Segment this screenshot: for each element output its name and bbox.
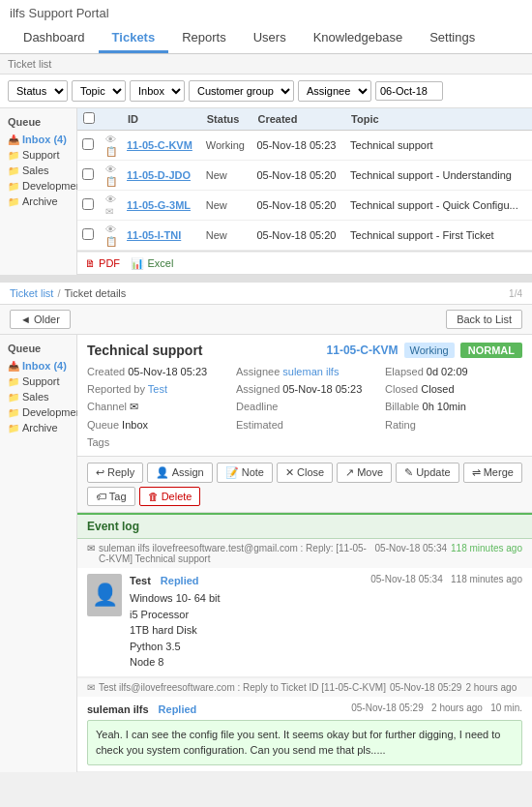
delete-button[interactable]: 🗑 Delete bbox=[139, 487, 201, 506]
event-body-1: 👤 Test Replied 05-Nov-18 05:34 118 minut… bbox=[77, 568, 532, 676]
field-value-queue: Inbox bbox=[122, 419, 148, 431]
queue-item-support-2[interactable]: 📁 Support bbox=[0, 374, 76, 389]
ticket-id-4[interactable]: 11-05-I-TNI bbox=[127, 229, 181, 241]
field-label-billable: Billable bbox=[385, 401, 423, 412]
close-button[interactable]: ✕ Close bbox=[277, 463, 333, 483]
queue-item-development-1[interactable]: 📁 Development bbox=[0, 178, 76, 194]
tab-users[interactable]: Users bbox=[240, 24, 300, 53]
row-checkbox-1[interactable] bbox=[82, 138, 94, 150]
event-action-1: Replied bbox=[161, 575, 199, 586]
table-row: 👁 📋 11-05-I-TNI New 05-Nov-18 05:20 Tech… bbox=[77, 221, 532, 251]
tab-settings[interactable]: Settings bbox=[416, 24, 488, 53]
ticket-id-3[interactable]: 11-05-G-3ML bbox=[127, 199, 191, 211]
queue-item-inbox-1[interactable]: 📥 Inbox (4) bbox=[0, 132, 76, 147]
tag-button[interactable]: 🏷 Tag bbox=[87, 487, 135, 506]
back-btn-row: ◄ Older Back to List bbox=[0, 305, 532, 335]
field-label-estimated: Estimated bbox=[236, 419, 283, 431]
col-status: Status bbox=[201, 108, 252, 131]
status-3: New bbox=[206, 199, 227, 211]
reply-button[interactable]: ↩ Reply bbox=[87, 463, 143, 483]
event-log: Event log ✉ suleman ilfs ilovefreesoftwa… bbox=[77, 513, 532, 772]
field-label-assigned: Assigned bbox=[236, 383, 282, 395]
tab-tickets[interactable]: Tickets bbox=[99, 24, 169, 53]
action-buttons-row: ↩ Reply 👤 Assign 📝 Note ✕ Close ↗ Move ✎… bbox=[77, 457, 532, 513]
sales-icon-1: 📁 bbox=[8, 165, 19, 176]
ticket-detail-section: Ticket list / Ticket details 1/4 ◄ Older… bbox=[0, 283, 532, 772]
select-all-checkbox[interactable] bbox=[83, 112, 95, 124]
inbox-icon-1: 📥 bbox=[8, 134, 19, 145]
event-timestamp-2: 05-Nov-18 05:29 2 hours ago 10 min. bbox=[351, 702, 522, 713]
doc-icon-4: 📋 bbox=[105, 236, 117, 247]
field-value-elapsed: 0d 02:09 bbox=[427, 366, 468, 377]
row-checkbox-3[interactable] bbox=[82, 198, 94, 210]
breadcrumb: Ticket list / Ticket details 1/4 bbox=[0, 283, 532, 305]
doc-icon-1: 📋 bbox=[105, 146, 117, 157]
queue-title-2: Queue bbox=[0, 341, 76, 358]
field-assignee: Assignee suleman ilfs bbox=[236, 366, 373, 377]
older-button[interactable]: ◄ Older bbox=[10, 310, 71, 329]
field-value-assigned: 05-Nov-18 05:23 bbox=[282, 383, 362, 395]
note-button[interactable]: 📝 Note bbox=[217, 463, 273, 483]
excel-export-link[interactable]: 📊 Excel bbox=[131, 257, 173, 269]
table-row: 👁 📋 11-05-C-KVM Working 05-Nov-18 05:23 … bbox=[77, 131, 532, 161]
table-row: 👁 📋 11-05-D-JDO New 05-Nov-18 05:20 Tech… bbox=[77, 161, 532, 191]
view-icon-2[interactable]: 👁 bbox=[105, 164, 116, 175]
date-filter[interactable] bbox=[375, 81, 443, 101]
ticket-id-2[interactable]: 11-05-D-JDO bbox=[127, 169, 191, 181]
event-log-header: Event log bbox=[77, 513, 532, 539]
merge-button[interactable]: ⇌ Merge bbox=[463, 463, 522, 483]
nav-tabs: Dashboard Tickets Reports Users Knowledg… bbox=[10, 24, 522, 53]
update-button[interactable]: ✎ Update bbox=[396, 463, 459, 483]
breadcrumb-ticket-list[interactable]: Ticket list bbox=[10, 287, 53, 299]
queue-item-archive-1[interactable]: 📁 Archive bbox=[0, 194, 76, 209]
view-icon-4[interactable]: 👁 bbox=[105, 224, 116, 235]
assign-button[interactable]: 👤 Assign bbox=[147, 463, 212, 483]
queue-item-sales-1[interactable]: 📁 Sales bbox=[0, 163, 76, 178]
ticket-nav-badge: 1/4 bbox=[509, 288, 522, 299]
pdf-export-link[interactable]: 🗎 PDF bbox=[85, 257, 120, 269]
queue-title-1: Queue bbox=[0, 114, 76, 132]
tab-reports[interactable]: Reports bbox=[168, 24, 240, 53]
field-label-channel: Channel bbox=[87, 401, 130, 412]
row-checkbox-2[interactable] bbox=[82, 168, 94, 180]
tags-label: Tags bbox=[87, 436, 109, 448]
dev-icon-2: 📁 bbox=[8, 407, 19, 418]
queue-sidebar-2: Queue 📥 Inbox (4) 📁 Support 📁 Sales 📁 De… bbox=[0, 335, 77, 772]
assignee-filter[interactable]: Assignee bbox=[298, 80, 371, 102]
queue-item-archive-2[interactable]: 📁 Archive bbox=[0, 420, 76, 435]
move-button[interactable]: ↗ Move bbox=[337, 463, 392, 483]
field-deadline: Deadline bbox=[236, 401, 373, 413]
status-filter[interactable]: Status bbox=[8, 80, 68, 102]
email-meta-icon-1: ✉ bbox=[87, 543, 95, 553]
back-to-list-button[interactable]: Back to List bbox=[446, 310, 522, 329]
topic-filter[interactable]: Topic bbox=[72, 80, 126, 102]
inbox-icon-2: 📥 bbox=[8, 361, 19, 372]
ticket-id-1[interactable]: 11-05-C-KVM bbox=[127, 139, 192, 151]
filters-row: Status Topic Inbox Customer group Assign… bbox=[0, 75, 532, 108]
tab-knowledgebase[interactable]: Knowledgebase bbox=[300, 24, 417, 53]
queue-item-support-1[interactable]: 📁 Support bbox=[0, 147, 76, 163]
section-divider bbox=[0, 275, 532, 283]
event-author-1: Test bbox=[130, 575, 151, 586]
breadcrumb-sep: / bbox=[57, 287, 60, 299]
customer-group-filter[interactable]: Customer group bbox=[189, 80, 294, 102]
queue-item-inbox-2[interactable]: 📥 Inbox (4) bbox=[0, 358, 76, 374]
queue-item-sales-2[interactable]: 📁 Sales bbox=[0, 389, 76, 404]
status-4: New bbox=[206, 229, 227, 241]
queue-item-development-2[interactable]: 📁 Development bbox=[0, 404, 76, 420]
row-checkbox-4[interactable] bbox=[82, 228, 94, 240]
section-label-ticket-list: Ticket list bbox=[0, 54, 532, 75]
event-meta-date-1: 05-Nov-18 05:34 bbox=[375, 543, 448, 553]
view-icon-3[interactable]: 👁 bbox=[105, 194, 116, 205]
col-id: ID bbox=[122, 108, 201, 131]
status-2: New bbox=[206, 169, 227, 181]
dev-icon-1: 📁 bbox=[8, 181, 19, 192]
event-content-2: suleman ilfs Replied 05-Nov-18 05:29 2 h… bbox=[87, 702, 522, 765]
export-row: 🗎 PDF 📊 Excel bbox=[77, 252, 532, 275]
view-icon-1[interactable]: 👁 bbox=[105, 134, 116, 145]
field-elapsed: Elapsed 0d 02:09 bbox=[385, 366, 522, 377]
inbox-filter[interactable]: Inbox bbox=[130, 80, 185, 102]
field-assigned: Assigned 05-Nov-18 05:23 bbox=[236, 383, 373, 395]
status-1: Working bbox=[206, 139, 245, 151]
tab-dashboard[interactable]: Dashboard bbox=[10, 24, 99, 53]
